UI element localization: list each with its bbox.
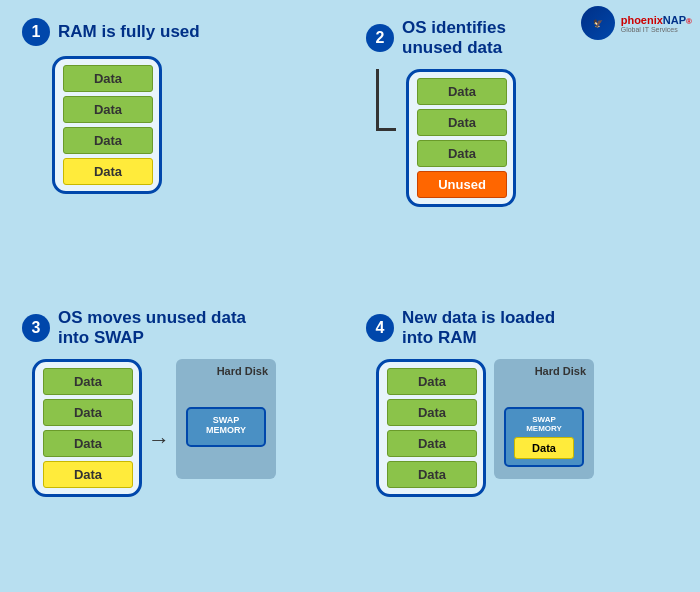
section-2-label: OS identifies unused data [402, 18, 506, 59]
step-3-circle: 3 [22, 314, 50, 342]
section-4-swap-box: SWAP MEMORY Data [504, 407, 584, 467]
section-3: 3 OS moves unused data into SWAP Data Da… [8, 298, 348, 584]
section-3-swap-title: SWAPMEMORY [196, 415, 256, 435]
section-1-ram: Data Data Data Data [52, 56, 162, 194]
s3-block-1: Data [43, 368, 133, 395]
logo-area: 🦅 phoenixNAP® Global IT Services [581, 6, 692, 40]
section-3-harddisk-label: Hard Disk [217, 365, 268, 377]
section-3-title-area: 3 OS moves unused data into SWAP [22, 308, 246, 349]
s3-block-3: Data [43, 430, 133, 457]
logo-text-group: phoenixNAP® Global IT Services [621, 14, 692, 33]
arrow-to-swap-icon: → [148, 427, 170, 453]
section-1-label: RAM is fully used [58, 22, 200, 42]
section-4: 4 New data is loaded into RAM Data Data … [352, 298, 692, 584]
section-4-swap-data: Data [514, 437, 574, 459]
section-3-ram: Data Data Data Data [32, 359, 142, 497]
s4-block-3: Data [387, 430, 477, 457]
section-4-title-area: 4 New data is loaded into RAM [366, 308, 555, 349]
main-grid: 1 RAM is fully used Data Data Data Data … [0, 0, 700, 592]
section-3-harddisk: Hard Disk SWAPMEMORY [176, 359, 276, 479]
section-4-ram: Data Data Data Data [376, 359, 486, 497]
section-4-harddisk: Hard Disk SWAP MEMORY Data [494, 359, 594, 479]
s1-block-2: Data [63, 96, 153, 123]
s4-block-4: Data [387, 461, 477, 488]
s2-block-4: Unused [417, 171, 507, 198]
section-2-ram: Data Data Data Unused [406, 69, 516, 207]
phoenix-icon: 🦅 [581, 6, 615, 40]
step-2-circle: 2 [366, 24, 394, 52]
s1-block-3: Data [63, 127, 153, 154]
section-4-harddisk-label: Hard Disk [535, 365, 586, 377]
section-4-label: New data is loaded into RAM [402, 308, 555, 349]
s4-block-1: Data [387, 368, 477, 395]
s2-block-1: Data [417, 78, 507, 105]
section-3-label: OS moves unused data into SWAP [58, 308, 246, 349]
section-1: 1 RAM is fully used Data Data Data Data [8, 8, 348, 294]
logo-name: phoenixNAP® [621, 14, 692, 26]
section-2: 2 OS identifies unused data Data Data Da… [352, 8, 692, 294]
step-1-circle: 1 [22, 18, 50, 46]
step-4-circle: 4 [366, 314, 394, 342]
s4-block-2: Data [387, 399, 477, 426]
s3-block-4: Data [43, 461, 133, 488]
section-4-swap-title: SWAP MEMORY [514, 415, 574, 433]
s2-block-3: Data [417, 140, 507, 167]
s2-block-2: Data [417, 109, 507, 136]
section-3-swap-box: SWAPMEMORY [186, 407, 266, 447]
section-2-title-area: 2 OS identifies unused data [366, 18, 506, 59]
s3-block-2: Data [43, 399, 133, 426]
logo-tagline: Global IT Services [621, 26, 692, 33]
s1-block-4: Data [63, 158, 153, 185]
section-1-title-area: 1 RAM is fully used [22, 18, 200, 46]
s1-block-1: Data [63, 65, 153, 92]
